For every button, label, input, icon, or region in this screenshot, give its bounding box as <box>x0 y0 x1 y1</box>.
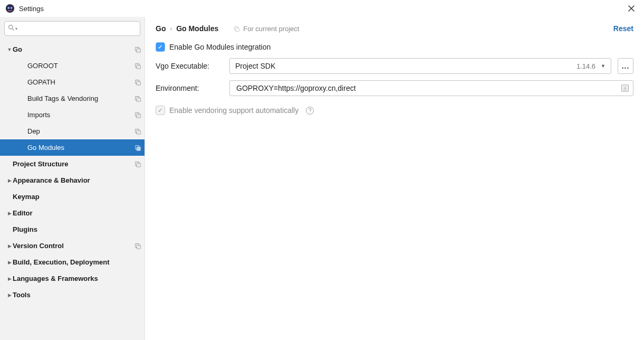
project-scope-icon <box>134 242 141 250</box>
project-scope-icon <box>233 25 240 32</box>
svg-rect-24 <box>236 27 239 31</box>
settings-tree-item[interactable]: Keymap <box>0 188 145 205</box>
settings-tree-item-label: Plugins <box>13 225 141 233</box>
svg-rect-18 <box>137 147 140 150</box>
settings-tree-item-label: Build, Execution, Deployment <box>13 258 141 266</box>
vgo-selected-value: Project SDK <box>235 62 576 70</box>
project-scope-icon <box>134 79 141 86</box>
project-scope-icon <box>134 128 141 135</box>
settings-tree-item-label: Build Tags & Vendoring <box>27 95 134 102</box>
svg-rect-6 <box>137 49 140 52</box>
vgo-exec-label: Vgo Executable: <box>156 62 223 70</box>
enable-vendoring-row: ✓ Enable vendoring support automatically… <box>156 106 633 115</box>
tree-arrow-icon: ▼ <box>6 47 13 52</box>
svg-rect-12 <box>137 98 140 101</box>
help-icon[interactable]: ? <box>306 107 314 115</box>
scope-text: For current project <box>243 25 299 33</box>
settings-tree-item-label: Project Structure <box>13 160 134 168</box>
enable-vendoring-checkbox: ✓ <box>156 106 165 115</box>
svg-rect-22 <box>137 245 140 249</box>
breadcrumb-row: Go › Go Modules For current project Rese… <box>156 24 633 33</box>
settings-tree: ▼Go GOROOT GOPATH Build Tags & Vendoring… <box>0 40 145 340</box>
environment-row: Environment: <box>156 80 633 96</box>
project-scope-icon <box>134 144 141 152</box>
settings-tree-item-label: Imports <box>27 111 134 119</box>
settings-tree-item[interactable]: GOPATH <box>0 74 145 90</box>
chevron-down-icon: ▼ <box>601 63 605 69</box>
settings-tree-item[interactable]: Dep <box>0 123 145 139</box>
project-scope-icon <box>134 160 141 168</box>
tree-arrow-icon: ▶ <box>6 211 13 216</box>
search-input[interactable] <box>17 24 137 33</box>
settings-tree-item[interactable]: Project Structure <box>0 156 145 172</box>
settings-tree-item[interactable]: ▶Appearance & Behavior <box>0 172 145 188</box>
svg-rect-20 <box>137 163 140 167</box>
project-scope-icon <box>134 46 141 53</box>
settings-tree-item[interactable]: ▶Build, Execution, Deployment <box>0 254 145 270</box>
tree-arrow-icon: ▶ <box>6 243 13 249</box>
settings-tree-item[interactable]: Plugins <box>0 221 145 238</box>
settings-tree-item[interactable]: Go Modules <box>0 139 145 156</box>
settings-tree-item[interactable]: GOROOT <box>0 58 145 74</box>
svg-rect-16 <box>137 130 140 134</box>
checkmark-icon: ✓ <box>158 107 163 114</box>
project-scope-icon <box>134 111 141 119</box>
scope-label: For current project <box>233 25 299 33</box>
settings-tree-item-label: GOPATH <box>27 78 134 86</box>
svg-line-4 <box>12 29 14 30</box>
vgo-version: 1.14.6 <box>576 62 595 70</box>
enable-go-modules-checkbox[interactable]: ✓ <box>156 42 165 52</box>
project-scope-icon <box>134 95 141 102</box>
settings-tree-item-label: Dep <box>27 127 134 135</box>
expand-editor-icon[interactable] <box>620 83 630 93</box>
settings-tree-item[interactable]: ▶Editor <box>0 205 145 221</box>
tree-arrow-icon: ▶ <box>6 178 13 183</box>
settings-tree-item[interactable]: Imports <box>0 107 145 123</box>
settings-content: Go › Go Modules For current project Rese… <box>145 17 644 340</box>
settings-search[interactable]: ▾ <box>4 21 140 36</box>
vgo-exec-select[interactable]: Project SDK 1.14.6 ▼ <box>229 58 611 74</box>
settings-tree-item-label: Go Modules <box>27 144 134 152</box>
environment-input-wrap <box>229 80 633 96</box>
settings-tree-item[interactable]: ▶Tools <box>0 287 145 303</box>
settings-tree-item-label: Tools <box>13 291 141 299</box>
breadcrumb: Go › Go Modules <box>156 24 218 33</box>
enable-vendoring-label: Enable vendoring support automatically <box>169 106 299 115</box>
svg-point-0 <box>6 4 14 13</box>
chevron-right-icon: › <box>170 25 172 32</box>
settings-tree-item[interactable]: ▶Languages & Frameworks <box>0 270 145 287</box>
svg-point-2 <box>11 7 13 9</box>
close-button[interactable] <box>624 1 639 16</box>
vgo-browse-button[interactable]: ... <box>618 58 633 74</box>
settings-sidebar: ▾ ▼Go GOROOT GOPATH Build Tags & Vendori… <box>0 17 145 340</box>
checkmark-icon: ✓ <box>158 44 163 50</box>
settings-tree-item-label: Languages & Frameworks <box>13 275 141 282</box>
close-icon <box>628 5 635 12</box>
settings-tree-item-label: Version Control <box>13 242 134 250</box>
breadcrumb-part: Go <box>156 24 166 33</box>
window-title: Settings <box>19 5 44 13</box>
settings-tree-item-label: Editor <box>13 209 141 217</box>
reset-link[interactable]: Reset <box>613 24 633 33</box>
environment-input[interactable] <box>235 83 620 93</box>
breadcrumb-part: Go Modules <box>176 24 218 33</box>
svg-rect-8 <box>137 65 140 69</box>
svg-point-1 <box>7 7 9 9</box>
svg-rect-14 <box>137 114 140 118</box>
tree-arrow-icon: ▶ <box>6 260 13 265</box>
titlebar: Settings <box>0 0 644 17</box>
vgo-exec-row: Vgo Executable: Project SDK 1.14.6 ▼ ... <box>156 58 633 74</box>
settings-tree-item-label: Go <box>13 45 134 53</box>
environment-label: Environment: <box>156 84 223 92</box>
project-scope-icon <box>134 62 141 70</box>
settings-tree-item[interactable]: ▶Version Control <box>0 238 145 254</box>
tree-arrow-icon: ▶ <box>6 292 13 298</box>
enable-go-modules-row: ✓ Enable Go Modules integration <box>156 42 633 52</box>
settings-tree-item-label: Appearance & Behavior <box>13 176 141 184</box>
tree-arrow-icon: ▶ <box>6 276 13 281</box>
settings-tree-item-label: Keymap <box>13 193 141 201</box>
settings-tree-item[interactable]: ▼Go <box>0 41 145 58</box>
settings-tree-item-label: GOROOT <box>27 62 134 70</box>
enable-go-modules-label: Enable Go Modules integration <box>169 43 271 51</box>
settings-tree-item[interactable]: Build Tags & Vendoring <box>0 90 145 107</box>
